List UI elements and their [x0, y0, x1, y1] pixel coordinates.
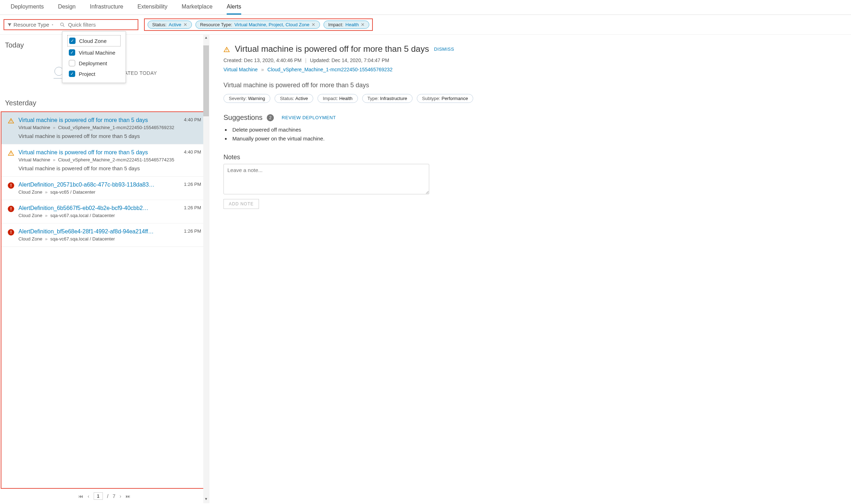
alert-desc: Virtual machine is powered off for more …	[18, 133, 201, 139]
chip-label: Resource Type:	[200, 22, 232, 27]
checkbox-checked-icon[interactable]: ✓	[69, 71, 75, 77]
svg-point-0	[60, 23, 63, 26]
tab-infrastructure[interactable]: Infrastructure	[90, 4, 123, 15]
date-sep: |	[305, 57, 306, 63]
dropdown-label: Project	[79, 71, 95, 77]
dropdown-label: Deployment	[79, 60, 107, 66]
alert-time: 1:26 PM	[184, 205, 201, 211]
suggestion-item: Delete powered off machines	[225, 125, 837, 134]
detail-breadcrumb: Virtual Machine » Cloud_vSphere_Machine_…	[223, 67, 837, 72]
alert-path: Virtual Machine » Cloud_vSphere_Machine_…	[18, 125, 201, 130]
pager-first-icon[interactable]: ⏮	[78, 493, 83, 499]
alert-time: 4:40 PM	[184, 149, 201, 156]
alert-title[interactable]: AlertDefinition_20571bc0-a68c-477c-bb93-…	[18, 182, 154, 188]
suggestions-list: Delete powered off machines Manually pow…	[223, 125, 837, 143]
dropdown-item-virtual-machine[interactable]: ✓ Virtual Machine	[67, 47, 121, 58]
detail-subtitle: Virtual machine is powered off for more …	[223, 82, 837, 89]
resource-type-dropdown: ✓ Cloud Zone ✓ Virtual Machine Deploymen…	[62, 31, 126, 83]
critical-icon: !	[8, 206, 14, 212]
alert-title[interactable]: AlertDefinition_bf5e68e4-28f1-4992-af8d-…	[18, 228, 154, 235]
scrollbar[interactable]: ▲ ▼	[203, 35, 209, 503]
chip-resource-type[interactable]: Resource Type: Virtual Machine, Project,…	[195, 21, 320, 29]
detail-head: Virtual machine is powered off for more …	[223, 44, 837, 54]
chip-impact[interactable]: Impact: Health ✕	[324, 21, 369, 29]
alert-list-item[interactable]: !AlertDefinition_20571bc0-a68c-477c-bb93…	[1, 177, 208, 200]
dropdown-item-deployment[interactable]: Deployment	[67, 58, 121, 68]
suggestions-count-badge: 2	[267, 114, 274, 121]
tab-design[interactable]: Design	[58, 4, 76, 15]
dropdown-label: Virtual Machine	[79, 50, 115, 56]
warning-icon	[223, 46, 230, 52]
alert-title[interactable]: AlertDefinition_6b5667f5-eb02-4b2e-bcf9-…	[18, 205, 148, 211]
tab-alerts[interactable]: Alerts	[227, 4, 241, 15]
warning-icon	[8, 118, 14, 124]
chevron-down-icon	[51, 23, 54, 27]
alert-path: Cloud Zone » sqa-vc65 / Datacenter	[18, 189, 201, 195]
pager-total: 7	[113, 493, 116, 499]
alert-time: 4:40 PM	[184, 117, 201, 123]
svg-point-6	[11, 122, 11, 123]
review-deployment-button[interactable]: REVIEW DEPLOYMENT	[282, 115, 336, 120]
alert-time: 1:26 PM	[184, 182, 201, 188]
close-icon[interactable]: ✕	[183, 22, 187, 27]
pager-current-input[interactable]	[94, 492, 103, 500]
alert-detail-panel: Virtual machine is powered off for more …	[209, 35, 851, 503]
svg-point-8	[11, 154, 11, 155]
tab-deployments[interactable]: Deployments	[11, 4, 44, 15]
pager: ⏮ ‹ / 7 › ⏭	[0, 489, 209, 503]
critical-icon: !	[8, 229, 14, 236]
created-text: Created: Dec 13, 2020, 4:40:46 PM	[223, 57, 302, 63]
quick-filter-wrap	[60, 21, 117, 28]
pager-next-icon[interactable]: ›	[120, 493, 121, 499]
resource-type-filter[interactable]: Resource Type	[7, 22, 54, 28]
alert-desc: Virtual machine is powered off for more …	[18, 165, 201, 171]
quick-filter-input[interactable]	[67, 21, 117, 28]
breadcrumb-type-link[interactable]: Virtual Machine	[223, 67, 258, 72]
suggestions-label: Suggestions	[223, 113, 263, 122]
alert-list-item[interactable]: Virtual machine is powered off for more …	[1, 144, 208, 177]
pill-status: Status: Active	[275, 94, 313, 103]
filter-icon	[7, 22, 12, 27]
filter-chips: Status: Active ✕ Resource Type: Virtual …	[144, 18, 373, 31]
main-area: ▲ ▼ Today NO ALERTS CREATED TODAY Yester…	[0, 35, 851, 503]
tab-marketplace[interactable]: Marketplace	[182, 4, 212, 15]
checkbox-checked-icon[interactable]: ✓	[69, 49, 75, 56]
dropdown-item-cloud-zone[interactable]: ✓ Cloud Zone	[67, 35, 121, 46]
scroll-down-icon[interactable]: ▼	[203, 497, 209, 503]
add-note-button[interactable]: ADD NOTE	[223, 199, 259, 209]
alert-list-item[interactable]: !AlertDefinition_6b5667f5-eb02-4b2e-bcf9…	[1, 200, 208, 223]
scroll-up-icon[interactable]: ▲	[203, 35, 209, 41]
checkbox-checked-icon[interactable]: ✓	[69, 38, 76, 44]
dropdown-label: Cloud Zone	[79, 38, 107, 44]
tab-extensibility[interactable]: Extensibility	[137, 4, 167, 15]
alert-list-item[interactable]: !AlertDefinition_bf5e68e4-28f1-4992-af8d…	[1, 223, 208, 247]
svg-line-1	[63, 26, 64, 27]
pager-last-icon[interactable]: ⏭	[126, 493, 131, 499]
chip-value: Active	[168, 22, 181, 27]
alert-title[interactable]: Virtual machine is powered off for more …	[18, 149, 148, 156]
alert-title[interactable]: Virtual machine is powered off for more …	[18, 117, 148, 123]
checkbox-unchecked-icon[interactable]	[69, 60, 75, 66]
dropdown-item-project[interactable]: ✓ Project	[67, 68, 121, 79]
alert-list-item[interactable]: Virtual machine is powered off for more …	[1, 112, 208, 144]
pager-prev-icon[interactable]: ‹	[88, 493, 89, 499]
close-icon[interactable]: ✕	[361, 22, 365, 27]
notes-label: Notes	[223, 154, 837, 161]
close-icon[interactable]: ✕	[311, 22, 315, 27]
dismiss-button[interactable]: DISMISS	[434, 46, 454, 52]
breadcrumb-name-link[interactable]: Cloud_vSphere_Machine_1-mcm222450-155465…	[267, 67, 393, 72]
critical-icon: !	[8, 182, 14, 189]
notes-input[interactable]	[223, 164, 429, 194]
pill-severity: Severity: Warning	[223, 94, 270, 103]
svg-point-10	[226, 51, 227, 51]
chip-value: Health	[346, 22, 359, 27]
suggestions-head: Suggestions 2 REVIEW DEPLOYMENT	[223, 113, 837, 122]
chip-label: Impact:	[328, 22, 343, 27]
pager-sep: /	[107, 493, 109, 499]
detail-dates: Created: Dec 13, 2020, 4:40:46 PM | Upda…	[223, 57, 837, 63]
chip-status[interactable]: Status: Active ✕	[148, 21, 192, 29]
section-yesterday: Yesterday	[0, 93, 209, 111]
chip-value: Virtual Machine, Project, Cloud Zone	[234, 22, 309, 27]
chip-label: Status:	[152, 22, 166, 27]
alert-path: Virtual Machine » Cloud_vSphere_Machine_…	[18, 157, 201, 162]
